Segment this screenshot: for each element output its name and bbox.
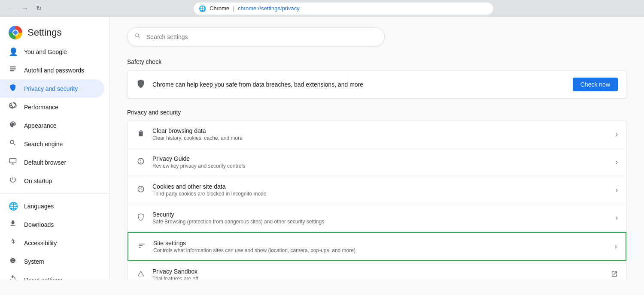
svg-point-6 [12, 239, 14, 240]
settings-item-privacy-guide[interactable]: Privacy Guide Review key privacy and sec… [128, 148, 626, 176]
privacy-guide-title: Privacy Guide [152, 155, 609, 162]
security-icon [136, 213, 146, 223]
sidebar-item-privacy[interactable]: Privacy and security [0, 79, 104, 98]
security-subtitle: Safe Browsing (protection from dangerous… [152, 219, 609, 225]
site-settings-arrow: › [615, 243, 617, 250]
refresh-button[interactable]: ↻ [33, 3, 45, 15]
privacy-sandbox-title: Privacy Sandbox [152, 268, 604, 275]
search-icon [134, 33, 141, 41]
settings-item-site-settings[interactable]: Site settings Controls what information … [128, 232, 626, 261]
shield-privacy-icon [9, 84, 17, 93]
svg-point-15 [140, 188, 141, 189]
privacy-section-title: Privacy and security [127, 109, 627, 116]
cookies-subtitle: Third-party cookies are blocked in Incog… [152, 191, 609, 197]
sidebar-item-system[interactable]: System [0, 252, 104, 271]
chrome-logo-icon [9, 26, 22, 39]
tab-label: Chrome [210, 5, 229, 12]
downloads-icon [9, 220, 17, 229]
appearance-icon [9, 120, 17, 130]
svg-point-12 [141, 187, 142, 188]
search-input[interactable] [146, 33, 377, 40]
safety-check-description: Chrome can help keep you safe from data … [152, 81, 363, 88]
safety-check-left: Chrome can help keep you safe from data … [136, 79, 363, 90]
cookies-icon [136, 185, 146, 195]
settings-item-cookies[interactable]: Cookies and other site data Third-party … [128, 176, 626, 204]
accessibility-icon [9, 238, 17, 248]
privacy-guide-subtitle: Review key privacy and security controls [152, 163, 609, 169]
main-content: Safety check Chrome can help keep you sa… [110, 17, 644, 280]
privacy-guide-arrow: › [616, 158, 618, 166]
sidebar-item-downloads[interactable]: Downloads [0, 215, 104, 234]
cookies-text: Cookies and other site data Third-party … [152, 183, 609, 197]
security-text: Security Safe Browsing (protection from … [152, 211, 609, 225]
svg-rect-1 [10, 69, 16, 69]
site-settings-text: Site settings Controls what information … [153, 240, 608, 253]
nav-buttons: ← → ↻ [5, 3, 45, 15]
browser-chrome: ← → ↻ 🌐 Chrome | chrome://settings/priva… [0, 0, 644, 17]
sidebar-item-autofill[interactable]: Autofill and passwords [0, 61, 104, 79]
trash-icon [136, 129, 146, 139]
svg-rect-0 [10, 66, 16, 67]
check-now-button[interactable]: Check now [573, 78, 618, 91]
sidebar-divider-1 [0, 193, 109, 194]
sidebar-item-you-google[interactable]: 👤 You and Google [0, 43, 104, 61]
safety-check-card: Chrome can help keep you safe from data … [127, 70, 627, 99]
search-bar-container [127, 27, 627, 46]
url-text: chrome://settings/privacy [238, 5, 300, 12]
site-settings-icon [137, 242, 146, 252]
svg-rect-2 [10, 70, 14, 71]
privacy-sandbox-icon [136, 270, 146, 280]
safety-check-title: Safety check [127, 58, 627, 65]
safety-shield-icon [136, 79, 146, 90]
sidebar-item-search-engine[interactable]: Search engine [0, 135, 104, 153]
clear-browsing-subtitle: Clear history, cookies, cache, and more [152, 135, 609, 141]
forward-button[interactable]: → [19, 3, 31, 15]
cookies-title: Cookies and other site data [152, 183, 609, 190]
globe-icon: 🌐 [199, 5, 206, 12]
privacy-guide-text: Privacy Guide Review key privacy and sec… [152, 155, 609, 169]
settings-layout: Settings 👤 You and Google Autofill and p… [0, 17, 644, 280]
sidebar-item-default-browser[interactable]: Default browser [0, 153, 104, 172]
back-button[interactable]: ← [5, 3, 17, 15]
site-settings-subtitle: Controls what information sites can use … [153, 247, 608, 253]
settings-item-clear-browsing[interactable]: Clear browsing data Clear history, cooki… [128, 120, 626, 148]
sidebar-item-reset[interactable]: Reset settings [0, 271, 104, 280]
privacy-sandbox-subtitle: Trial features are off [152, 276, 604, 280]
privacy-guide-icon [136, 157, 146, 167]
settings-item-security[interactable]: Security Safe Browsing (protection from … [128, 204, 626, 232]
reset-icon [9, 275, 17, 280]
sidebar-item-performance[interactable]: Performance [0, 98, 104, 116]
privacy-sandbox-text: Privacy Sandbox Trial features are off [152, 268, 604, 280]
settings-item-privacy-sandbox[interactable]: Privacy Sandbox Trial features are off [128, 261, 626, 280]
default-browser-icon [9, 157, 17, 167]
performance-icon [9, 102, 17, 112]
sidebar-item-accessibility[interactable]: Accessibility [0, 234, 104, 252]
sidebar-item-on-startup[interactable]: On startup [0, 172, 104, 190]
url-separator: | [233, 5, 234, 12]
sidebar-item-appearance[interactable]: Appearance [0, 116, 104, 135]
privacy-settings-card: Clear browsing data Clear history, cooki… [127, 120, 627, 280]
cookies-arrow: › [616, 186, 618, 194]
clear-browsing-arrow: › [616, 130, 618, 138]
svg-point-11 [140, 187, 140, 188]
clear-browsing-text: Clear browsing data Clear history, cooki… [152, 127, 609, 141]
svg-rect-3 [10, 158, 16, 163]
autofill-icon [9, 65, 17, 75]
address-bar[interactable]: 🌐 Chrome | chrome://settings/privacy [193, 2, 494, 15]
svg-point-13 [141, 189, 142, 190]
site-settings-title: Site settings [153, 240, 608, 247]
system-icon [9, 256, 17, 266]
settings-title: Settings [0, 21, 109, 43]
search-bar [127, 27, 385, 46]
languages-icon: 🌐 [9, 202, 17, 211]
security-title: Security [152, 211, 609, 218]
security-arrow: › [616, 214, 618, 222]
svg-point-14 [140, 189, 140, 190]
privacy-sandbox-external-icon [611, 271, 618, 279]
search-engine-icon [9, 139, 17, 149]
on-startup-icon [9, 176, 17, 186]
sidebar: Settings 👤 You and Google Autofill and p… [0, 17, 110, 280]
person-icon: 👤 [9, 47, 17, 57]
clear-browsing-title: Clear browsing data [152, 127, 609, 134]
sidebar-item-languages[interactable]: 🌐 Languages [0, 197, 104, 215]
